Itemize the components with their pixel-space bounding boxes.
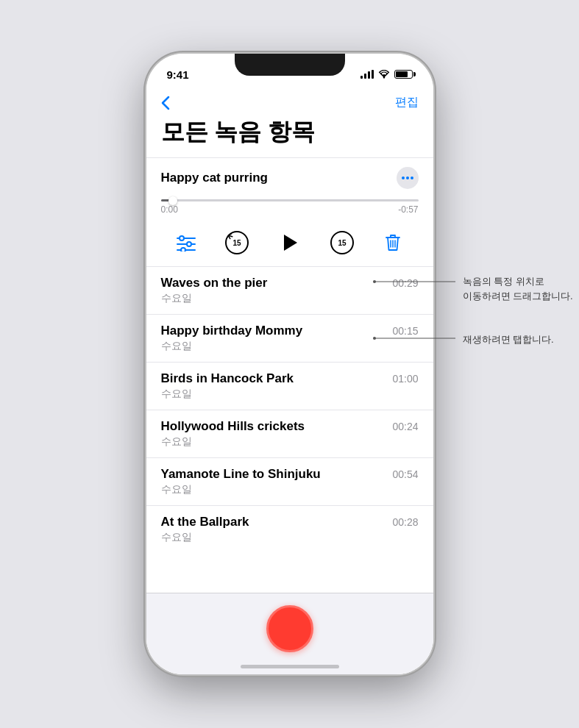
list-item[interactable]: Yamanote Line to Shinjuku 00:54 수요일 [146,457,433,505]
play-button[interactable] [274,228,304,257]
trash-icon [380,229,406,256]
forward-15-button[interactable]: 15 [329,229,355,256]
svg-point-0 [383,76,384,78]
scrubber-container: 0:00 -0:57 [161,196,419,218]
recording-duration: 00:54 [392,468,418,480]
list-item[interactable]: Birds in Hancock Park 01:00 수요일 [146,362,433,410]
recording-duration: 01:00 [392,373,418,385]
notch [235,54,345,76]
more-dots-icon [402,176,413,179]
svg-point-2 [406,176,409,179]
back-button[interactable] [161,96,170,110]
svg-point-1 [402,176,405,179]
active-recording-title: Happy cat purring [161,171,268,185]
playback-controls: 15 15 [146,221,433,266]
svg-text:15: 15 [338,239,347,247]
progress-times: 0:00 -0:57 [161,204,419,215]
active-recording-section: Happy cat purring [146,157,433,221]
recording-name: Birds in Hancock Park [161,371,294,386]
progress-thumb[interactable] [168,196,177,205]
wifi-icon [378,70,390,79]
eq-button[interactable] [173,229,199,256]
phone-frame: 9:41 [146,54,433,674]
page-title: 모든 녹음 항목 [146,113,433,157]
recording-name: Yamanote Line to Shinjuku [161,467,321,482]
svg-point-7 [187,242,191,246]
time-end: -0:57 [398,204,418,215]
recording-list: Waves on the pier 00:29 수요일 Happy birthd… [146,266,433,593]
edit-button[interactable]: 편집 [395,95,419,110]
recording-duration: 00:29 [392,277,418,289]
list-item[interactable]: Hollywood Hills crickets 00:24 수요일 [146,410,433,457]
record-button[interactable] [266,605,313,652]
list-item[interactable]: At the Ballpark 00:28 수요일 [146,505,433,553]
home-indicator [241,665,339,668]
recording-name: Happy birthday Mommy [161,324,303,338]
recording-date: 수요일 [161,388,419,401]
status-time: 9:41 [167,68,189,81]
signal-icon [360,70,374,79]
svg-point-9 [181,248,185,251]
recording-date: 수요일 [161,531,419,544]
recording-duration: 00:28 [392,516,418,528]
progress-track[interactable] [161,199,419,201]
recording-date: 수요일 [161,435,419,449]
nav-bar: 편집 [146,89,433,113]
scrubber-annotation: 녹음의 특정 위치로 이동하려면 드래그합니다. [463,274,580,303]
recording-name: Hollywood Hills crickets [161,419,305,434]
status-icons [360,70,413,79]
play-icon [284,235,297,251]
svg-text:15: 15 [233,239,242,247]
recording-date: 수요일 [161,340,419,353]
recording-name: Waves on the pier [161,276,268,290]
svg-point-5 [180,236,184,240]
forward-15-icon: 15 [329,229,355,256]
delete-button[interactable] [380,229,406,256]
svg-point-3 [411,176,413,179]
list-item[interactable]: Happy birthday Mommy 00:15 수요일 [146,314,433,362]
more-options-button[interactable] [397,167,419,189]
list-item[interactable]: Waves on the pier 00:29 수요일 [146,266,433,314]
rewind-15-icon: 15 [224,229,250,256]
recording-date: 수요일 [161,292,419,305]
time-start: 0:00 [161,204,178,215]
bottom-bar [146,593,433,674]
recording-duration: 00:15 [392,325,418,337]
rewind-15-button[interactable]: 15 [224,229,250,256]
content-area: 편집 모든 녹음 항목 Happy cat purring [146,89,433,674]
recording-duration: 00:24 [392,421,418,432]
play-annotation: 재생하려면 탭합니다. [463,332,580,347]
recording-name: At the Ballpark [161,515,249,529]
recording-date: 수요일 [161,483,419,496]
battery-icon [394,70,413,79]
eq-icon [173,229,199,256]
